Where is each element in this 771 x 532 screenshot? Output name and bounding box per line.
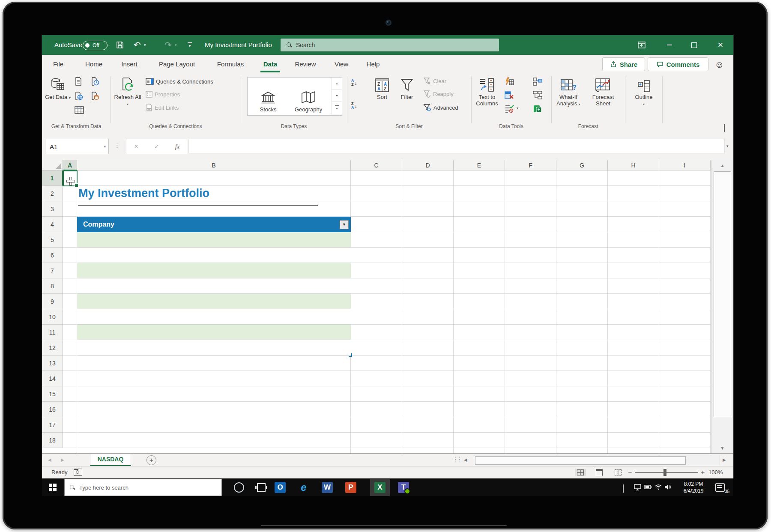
table-row[interactable] [77,294,351,309]
properties-button[interactable]: Properties [146,91,180,98]
table-header-company[interactable]: Company ▼ [77,217,351,232]
minimize-button[interactable] [660,35,679,55]
row-header-14[interactable]: 14 [42,371,63,386]
horizontal-scrollbar[interactable] [474,455,720,465]
table-resize-handle[interactable] [349,353,352,357]
column-header-I[interactable]: I [659,160,711,170]
hscroll-splitter[interactable]: ⋮⋮ [453,457,461,462]
flash-fill-icon[interactable] [505,77,514,86]
undo-dropdown-icon[interactable]: ▾ [144,35,146,55]
close-button[interactable]: × [711,35,730,55]
cortana-icon[interactable] [234,482,244,493]
row-header-2[interactable]: 2 [42,186,63,201]
tab-page-layout[interactable]: Page Layout [152,55,201,74]
action-center-icon[interactable] [715,483,725,492]
cancel-icon[interactable]: × [134,143,138,150]
redo-icon[interactable]: ↷ [164,35,172,55]
column-header-B[interactable]: B [77,160,351,170]
powerpoint-icon[interactable]: P [345,482,356,493]
reapply-button[interactable]: Reapply [423,90,454,98]
from-web-icon[interactable] [75,92,83,100]
fill-handle[interactable] [75,183,78,187]
zoom-slider-thumb[interactable] [663,469,666,476]
outlook-icon[interactable]: O [275,482,286,493]
data-validation-dropdown-icon[interactable]: ▾ [517,106,518,110]
sheet-next-icon[interactable]: ▶ [61,454,64,466]
edge-icon[interactable]: e [298,482,309,493]
enter-icon[interactable]: ✓ [154,143,159,150]
column-header-D[interactable]: D [402,160,454,170]
edit-links-button[interactable]: Edit Links [146,104,179,111]
row-header-5[interactable]: 5 [42,232,63,248]
row-header-6[interactable]: 6 [42,248,63,263]
consolidate-icon[interactable] [533,77,542,86]
column-header-G[interactable]: G [556,160,608,170]
name-box-dropdown-icon[interactable]: ▾ [104,144,106,149]
column-header-A[interactable]: A [63,160,77,170]
taskbar-search[interactable]: Type here to search [64,479,222,496]
tray-battery-icon[interactable] [644,484,652,490]
excel-icon[interactable]: X [374,482,386,493]
row-header-1[interactable]: 1 [42,170,63,186]
sort-ascending-button[interactable]: AZ↓ [351,79,357,87]
tab-data[interactable]: Data [259,55,282,74]
hscroll-right-icon[interactable]: ▶ [723,454,726,466]
view-page-layout-icon[interactable] [594,469,605,476]
row-header-15[interactable]: 15 [42,386,63,402]
refresh-all-button[interactable]: Refresh All ▾ [114,75,141,108]
autosave-toggle[interactable]: Off [83,41,108,50]
search-bar[interactable]: Search [281,39,499,51]
recent-sources-icon[interactable] [91,77,99,86]
add-sheet-icon[interactable]: + [146,455,156,465]
table-row[interactable] [77,232,351,248]
zoom-out-icon[interactable]: − [628,466,632,478]
from-table-range-icon[interactable] [91,92,99,100]
tab-file[interactable]: File [45,55,71,74]
row-header-11[interactable]: 11 [42,325,63,340]
word-icon[interactable]: W [322,482,333,493]
text-to-columns-button[interactable]: Text to Columns [474,75,500,107]
ribbon-display-options-icon[interactable] [637,35,646,55]
gallery-more-icon[interactable]: ▾ [332,102,342,114]
row-header-8[interactable]: 8 [42,278,63,294]
filter-button[interactable]: Filter [396,75,418,100]
column-header-E[interactable]: E [454,160,505,170]
horizontal-scroll-thumb[interactable] [475,456,686,465]
name-box[interactable]: A1 ▾ [45,139,109,154]
share-button[interactable]: Share [602,57,645,71]
scroll-down-icon[interactable]: ▼ [712,443,733,453]
tray-display-icon[interactable] [634,484,641,490]
table-row[interactable] [77,278,351,294]
column-header-C[interactable]: C [351,160,402,170]
tab-formulas[interactable]: Formulas [211,55,250,74]
table-filter-dropdown-icon[interactable]: ▼ [340,220,349,229]
sort-button[interactable]: ZAAZ Sort [371,75,393,100]
gallery-down-icon[interactable]: ▾ [332,90,342,102]
forecast-sheet-button[interactable]: Forecast Sheet [587,75,619,107]
start-button-icon[interactable] [49,484,57,491]
row-header-10[interactable]: 10 [42,309,63,325]
geography-button[interactable]: Geography [289,79,328,113]
view-page-break-icon[interactable] [613,469,624,476]
undo-icon[interactable]: ↶ [134,35,141,55]
row-header-13[interactable]: 13 [42,356,63,371]
scroll-up-icon[interactable]: ▲ [712,160,733,170]
column-header-F[interactable]: F [505,160,556,170]
manage-data-model-icon[interactable] [533,105,542,113]
tray-wifi-icon[interactable] [654,484,662,490]
collapse-ribbon-icon[interactable] [724,125,725,133]
row-header-18[interactable]: 18 [42,433,63,448]
sheet-tab-nasdaq[interactable]: NASDAQ [90,454,131,466]
get-data-button[interactable]: Get Data ▾ [45,75,71,101]
maximize-button[interactable] [684,35,704,55]
tab-home[interactable]: Home [81,55,107,74]
row-header-3[interactable]: 3 [42,201,63,217]
remove-duplicates-icon[interactable] [505,91,514,99]
save-icon[interactable] [116,35,124,55]
tab-review[interactable]: Review [290,55,320,74]
row-header-9[interactable]: 9 [42,294,63,309]
sheet-prev-icon[interactable]: ◀ [48,454,51,466]
zoom-percentage[interactable]: 100% [708,466,723,478]
stocks-button[interactable]: Stocks [248,79,288,113]
tray-volume-icon[interactable] [664,484,671,490]
